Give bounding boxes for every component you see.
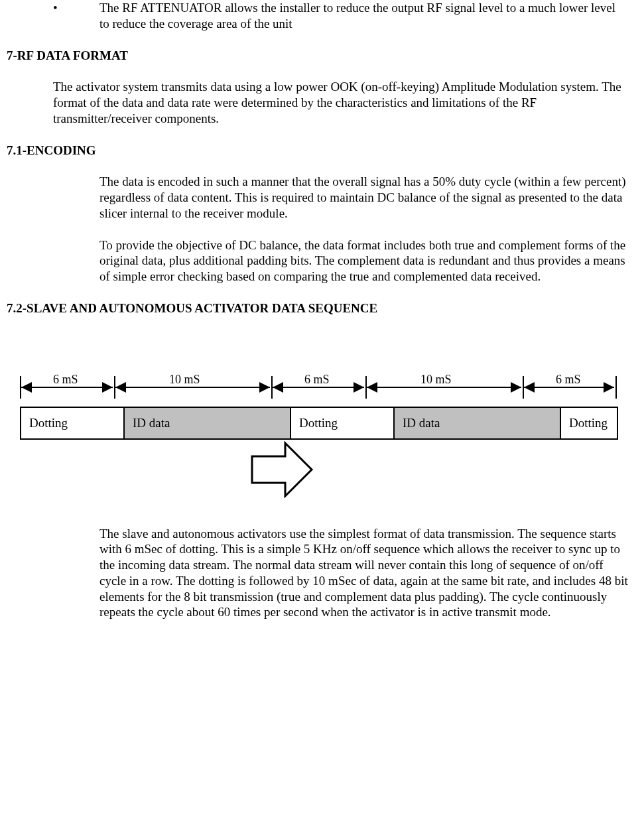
sequence-cell-dotting: Dotting [561,408,617,438]
timing-label: 6 mS [556,372,581,387]
paragraph: To provide the objective of DC balance, … [99,237,631,285]
sequence-cell-dotting: Dotting [291,408,395,438]
sequence-cell-id-data: ID data [125,408,291,438]
timing-label: 6 mS [304,372,330,387]
bullet-marker: • [53,0,99,32]
sequence-table: Dotting ID data Dotting ID data Dotting [20,407,618,440]
flow-arrow-icon [249,440,315,499]
timing-diagram: 6 mS 10 mS 6 mS 10 mS 6 mS Dotting ID [20,376,624,499]
paragraph: The data is encoded in such a manner tha… [99,174,631,221]
timing-label: 10 mS [169,372,200,387]
heading-7-rf-data-format: 7-RF DATA FORMAT [7,48,637,64]
timing-arrows-row: 6 mS 10 mS 6 mS 10 mS 6 mS [20,376,624,403]
sequence-cell-dotting: Dotting [21,408,125,438]
paragraph: The activator system transmits data usin… [53,79,624,126]
heading-7-1-encoding: 7.1-ENCODING [7,143,637,159]
sequence-cell-id-data: ID data [395,408,561,438]
timing-label: 6 mS [53,372,78,387]
timing-label: 10 mS [420,372,452,387]
svg-marker-0 [252,443,312,496]
bullet-item: • The RF ATTENUATOR allows the installer… [53,0,637,32]
paragraph: The slave and autonomous activators use … [99,526,631,621]
bullet-text: The RF ATTENUATOR allows the installer t… [99,0,637,32]
heading-7-2-data-sequence: 7.2-SLAVE AND AUTONOMOUS ACTIVATOR DATA … [7,300,637,316]
document-page: • The RF ATTENUATOR allows the installer… [0,0,644,663]
